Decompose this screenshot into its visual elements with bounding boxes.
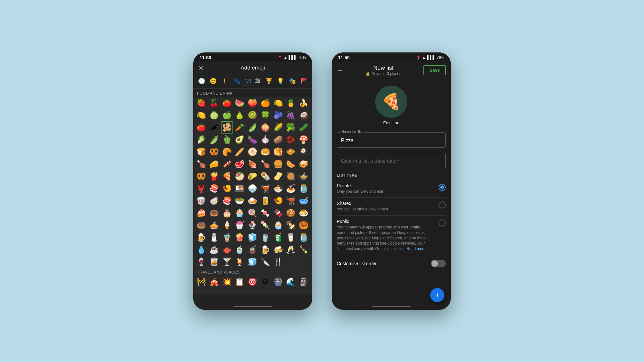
close-button[interactable]: ✕ <box>198 64 204 72</box>
emoji-cell[interactable]: 🍭 <box>246 207 259 219</box>
emoji-cell[interactable]: 🦪 <box>208 195 220 207</box>
emoji-cell[interactable]: 🦞 <box>195 182 207 195</box>
emoji-cell[interactable]: 🫕 <box>285 195 297 207</box>
emoji-cell[interactable]: 🍅 <box>195 121 207 134</box>
emoji-cell[interactable]: 🧇 <box>285 146 297 158</box>
emoji-cell[interactable]: 🧃 <box>272 231 284 244</box>
emoji-cell[interactable]: 🍾 <box>298 244 310 256</box>
emoji-cell[interactable]: 🫙 <box>298 231 310 244</box>
emoji-cell[interactable]: 🍄 <box>298 134 310 146</box>
emoji-cell[interactable]: 🧁 <box>233 207 246 219</box>
emoji-cell[interactable]: 🍊 <box>259 97 271 109</box>
emoji-cell[interactable]: 🫕 <box>259 182 271 195</box>
emoji-cell[interactable]: 🍩 <box>208 207 220 219</box>
emoji-cell[interactable]: 🥣 <box>298 195 310 207</box>
emoji-cell[interactable]: 🥨 <box>195 170 207 182</box>
emoji-cell[interactable]: 🧉 <box>246 244 259 256</box>
emoji-cell[interactable]: 🧂 <box>208 231 220 244</box>
emoji-cell[interactable]: 🍟 <box>208 170 220 182</box>
emoji-cell[interactable]: 🍏 <box>221 109 233 121</box>
cat-activities[interactable]: 🏆 <box>264 76 274 86</box>
emoji-cell[interactable]: 🌭 <box>285 158 297 170</box>
emoji-cell[interactable]: 🍪 <box>285 207 297 219</box>
emoji-cell[interactable]: 🍇 <box>285 109 297 121</box>
emoji-cell[interactable]: 🫖 <box>221 244 233 256</box>
save-button[interactable]: Save <box>423 65 446 75</box>
emoji-cell[interactable]: 🥗 <box>233 195 246 207</box>
emoji-cell[interactable]: 🎂 <box>221 207 233 219</box>
shared-radio[interactable] <box>439 201 446 209</box>
list-icon[interactable]: 🍕 <box>375 86 407 118</box>
emoji-cell[interactable]: 🥙 <box>233 170 246 182</box>
emoji-cell[interactable]: 🍐 <box>233 109 246 121</box>
travel-emoji-cell[interactable]: 🎪 <box>208 276 220 288</box>
emoji-cell[interactable]: 🥞 <box>272 146 284 158</box>
back-button[interactable]: ← <box>337 67 343 74</box>
emoji-cell[interactable]: 🍫 <box>272 207 284 219</box>
emoji-cell[interactable]: 🍷 <box>195 256 207 268</box>
travel-emoji-cell[interactable]: 🎡 <box>272 276 284 288</box>
emoji-cell[interactable]: 🍴 <box>272 256 284 268</box>
emoji-cell[interactable]: 🧊 <box>246 256 259 268</box>
emoji-scroll-area[interactable]: FOOD AND DRINK 🍓🍒🍅🍉🍑🍊🍋🍍🍌🍋🍈🍏🍐🥝🍀🫐🍇🥥🍅🌶🫚🥕🫛🧅🌽… <box>193 88 312 294</box>
emoji-cell[interactable]: 🍣 <box>221 195 233 207</box>
emoji-cell[interactable]: 🍨 <box>246 219 259 231</box>
emoji-cell[interactable]: 🌮 <box>246 170 259 182</box>
radio-public[interactable]: Public Your content will appear publicly… <box>337 216 446 255</box>
emoji-cell[interactable]: 🍑 <box>246 97 259 109</box>
emoji-cell[interactable]: 🥤 <box>259 231 271 244</box>
cat-symbols[interactable]: 🎭 <box>288 76 297 86</box>
emoji-cell[interactable]: 🍱 <box>233 182 246 195</box>
emoji-cell[interactable]: 🍕 <box>221 170 233 182</box>
emoji-cell[interactable]: 🍝 <box>285 182 297 195</box>
emoji-cell[interactable]: 🍦 <box>221 219 233 231</box>
cat-people[interactable]: 🚶 <box>220 76 230 86</box>
customise-order-toggle[interactable] <box>431 260 446 267</box>
emoji-cell[interactable]: 🫐 <box>272 109 284 121</box>
emoji-cell[interactable]: ☕ <box>208 244 220 256</box>
emoji-cell[interactable]: 🥛 <box>285 231 297 244</box>
emoji-cell[interactable]: 🥨 <box>208 146 220 158</box>
emoji-cell[interactable]: 🌽 <box>272 121 284 134</box>
emoji-cell[interactable]: 🍒 <box>208 97 220 109</box>
emoji-cell[interactable]: 🍔 <box>272 158 284 170</box>
emoji-cell[interactable]: 🥡 <box>195 195 207 207</box>
emoji-cell[interactable]: 🌶 <box>208 121 220 134</box>
emoji-cell[interactable]: 🫓 <box>246 146 259 158</box>
emoji-cell[interactable]: 🥦 <box>285 121 297 134</box>
emoji-cell[interactable]: 🍿 <box>233 231 246 244</box>
travel-emoji-cell[interactable]: ⚙ <box>259 276 271 288</box>
emoji-cell[interactable]: 🍸 <box>221 256 233 268</box>
emoji-cell[interactable]: 🥒 <box>298 121 310 134</box>
emoji-cell[interactable]: 🍧 <box>233 219 246 231</box>
emoji-cell[interactable]: 🍓 <box>195 97 207 109</box>
emoji-cell[interactable]: 🍀 <box>259 109 271 121</box>
emoji-cell[interactable]: 🧋 <box>221 231 233 244</box>
travel-emoji-cell[interactable]: 🎯 <box>246 276 259 288</box>
emoji-cell[interactable]: 🥕 <box>233 121 246 134</box>
emoji-cell[interactable]: 🥔 <box>272 134 284 146</box>
emoji-cell[interactable]: 🍳 <box>298 146 310 158</box>
read-more-link[interactable]: Read more <box>406 246 425 251</box>
emoji-cell[interactable]: 🧊 <box>246 231 259 244</box>
emoji-cell[interactable]: 🥬 <box>195 134 207 146</box>
emoji-cell[interactable]: 🥓 <box>221 158 233 170</box>
cat-recent[interactable]: 🕐 <box>197 76 206 86</box>
emoji-cell[interactable]: 🍖 <box>246 158 259 170</box>
radio-private[interactable]: Private Only you can view and edit <box>337 180 446 198</box>
emoji-cell[interactable]: 🥃 <box>208 256 220 268</box>
emoji-cell[interactable]: 🍆 <box>246 134 259 146</box>
emoji-cell[interactable]: 🫙 <box>298 182 310 195</box>
emoji-cell[interactable]: 🔪 <box>259 256 271 268</box>
emoji-cell[interactable]: 🍞 <box>195 146 207 158</box>
emoji-cell[interactable]: 🍋 <box>195 109 207 121</box>
emoji-cell[interactable]: 🧄 <box>259 134 271 146</box>
emoji-cell[interactable]: 🍺 <box>259 244 271 256</box>
travel-emoji-cell[interactable]: 💥 <box>221 276 233 288</box>
emoji-cell[interactable]: 🥯 <box>259 146 271 158</box>
radio-shared[interactable]: Shared You can let others view or edit <box>337 198 446 216</box>
emoji-cell[interactable]: 🍉 <box>233 97 246 109</box>
cat-animals[interactable]: 🐾 <box>232 76 242 86</box>
emoji-cell[interactable]: 🍡 <box>259 219 271 231</box>
public-radio[interactable] <box>439 219 446 227</box>
